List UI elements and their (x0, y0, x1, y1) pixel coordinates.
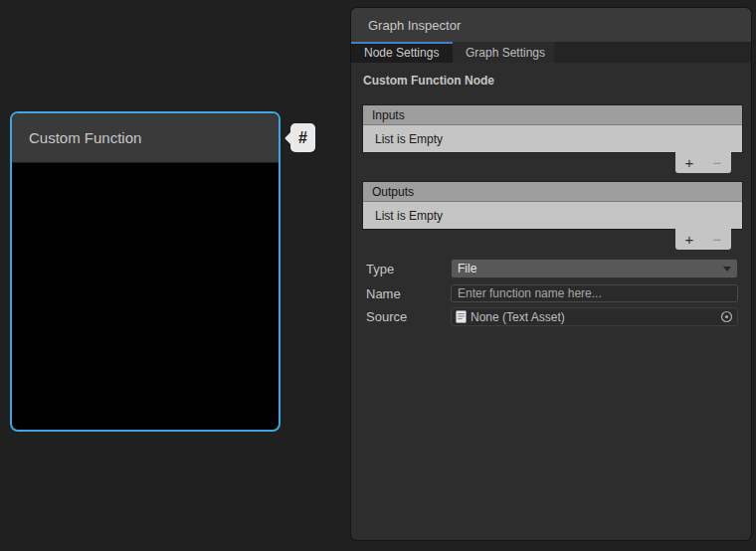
tab-graph-settings[interactable]: Graph Settings (453, 42, 554, 63)
type-dropdown-value: File (458, 262, 476, 276)
custom-function-node[interactable]: Custom Function (10, 111, 281, 432)
inputs-list-header: Inputs (363, 105, 742, 125)
section-title: Custom Function Node (363, 74, 494, 88)
inputs-header-label: Inputs (372, 108, 405, 122)
panel-header[interactable]: Graph Inspector (351, 8, 751, 42)
inspector-tabstrip: Node Settings Graph Settings (351, 42, 751, 63)
object-picker-icon[interactable] (720, 310, 733, 323)
name-row: Name (366, 283, 738, 303)
chevron-down-icon (723, 267, 731, 272)
inputs-remove-button[interactable]: − (706, 152, 728, 173)
node-title-bar[interactable]: Custom Function (12, 113, 279, 163)
function-name-input[interactable] (451, 284, 738, 302)
type-row: Type File (366, 259, 738, 278)
outputs-add-button[interactable]: + (678, 229, 700, 250)
tab-graph-settings-label: Graph Settings (466, 46, 545, 60)
type-label: Type (366, 262, 394, 276)
name-label: Name (366, 286, 401, 301)
outputs-remove-button[interactable]: − (706, 229, 728, 250)
source-label: Source (366, 309, 407, 324)
inputs-empty-row: List is Empty (363, 125, 742, 152)
source-row: Source None (Text Asset) (366, 306, 738, 326)
outputs-list: Outputs List is Empty + − (363, 182, 742, 250)
inputs-list: Inputs List is Empty + − (363, 105, 742, 173)
panel-title: Graph Inspector (368, 18, 461, 33)
inputs-list-footer: + − (675, 152, 731, 173)
source-object-field[interactable]: None (Text Asset) (451, 307, 738, 326)
tab-node-settings[interactable]: Node Settings (351, 42, 453, 63)
precision-hash-badge-icon: # (290, 123, 315, 152)
text-asset-icon (456, 310, 467, 323)
node-title-label: Custom Function (29, 129, 141, 146)
type-dropdown[interactable]: File (451, 259, 738, 278)
outputs-list-header: Outputs (363, 182, 742, 202)
outputs-list-footer: + − (675, 229, 731, 250)
outputs-empty-row: List is Empty (363, 202, 742, 229)
outputs-header-label: Outputs (372, 185, 414, 199)
graph-inspector-panel: Graph Inspector Node Settings Graph Sett… (351, 8, 751, 540)
hash-glyph: # (298, 129, 307, 147)
inputs-empty-label: List is Empty (375, 132, 443, 146)
shader-graph-window: { "colors": { "canvas-bg": "#202020", "p… (0, 0, 756, 551)
inputs-add-button[interactable]: + (678, 152, 700, 173)
outputs-empty-label: List is Empty (375, 209, 443, 223)
tab-node-settings-label: Node Settings (364, 46, 439, 60)
source-object-value: None (Text Asset) (471, 310, 565, 324)
